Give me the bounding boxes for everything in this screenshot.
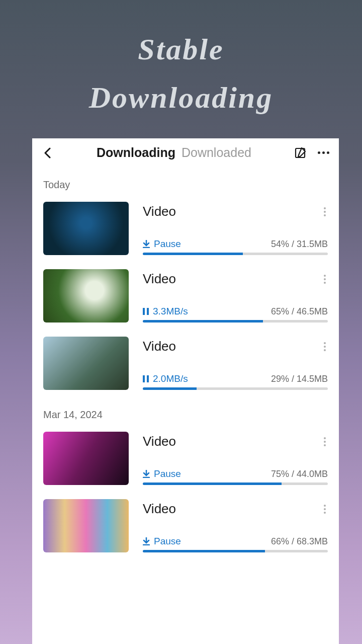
dot-icon xyxy=(318,151,320,154)
promo-banner: Stable Downloading xyxy=(0,0,362,122)
item-title: Video xyxy=(143,271,176,287)
tab-bar: Downloading Downloaded xyxy=(63,145,285,160)
status-text: 2.0MB/s xyxy=(153,373,188,384)
progress-text: 65% / 46.5MB xyxy=(271,306,328,317)
dot-icon xyxy=(327,151,329,154)
progress-text: 29% / 14.5MB xyxy=(271,374,328,384)
dot-icon xyxy=(322,151,325,154)
pause-icon xyxy=(143,308,149,315)
item-menu-button[interactable] xyxy=(324,505,328,514)
pause-icon xyxy=(143,375,149,382)
progress-bar xyxy=(143,482,328,485)
download-icon xyxy=(143,240,150,248)
pause-resume-button[interactable]: 3.3MB/s xyxy=(143,306,188,317)
download-icon xyxy=(143,470,150,478)
video-thumbnail[interactable] xyxy=(43,432,129,485)
download-item[interactable]: Video Pause 75% / 44.0MB xyxy=(32,425,339,492)
download-item[interactable]: Video 3.3MB/s 65% / 46.5MB xyxy=(32,262,339,330)
video-thumbnail[interactable] xyxy=(43,337,129,390)
tab-downloaded[interactable]: Downloaded xyxy=(182,145,251,160)
item-menu-button[interactable] xyxy=(324,207,328,216)
progress-text: 54% / 31.5MB xyxy=(271,239,328,250)
status-text: Pause xyxy=(154,536,181,547)
status-text: Pause xyxy=(154,238,181,250)
progress-bar xyxy=(143,253,328,255)
item-menu-button[interactable] xyxy=(324,275,328,284)
tab-downloading[interactable]: Downloading xyxy=(97,145,175,160)
progress-bar xyxy=(143,550,328,552)
download-icon xyxy=(143,537,150,545)
video-thumbnail[interactable] xyxy=(43,202,129,255)
progress-text: 66% / 68.3MB xyxy=(271,536,328,547)
item-body: Video Pause 75% / 44.0MB xyxy=(143,432,328,485)
status-text: 3.3MB/s xyxy=(153,306,188,317)
status-text: Pause xyxy=(154,468,181,479)
download-item[interactable]: Video Pause 66% / 68.3MB xyxy=(32,492,339,559)
item-body: Video Pause 54% / 31.5MB xyxy=(143,202,328,255)
progress-bar xyxy=(143,387,328,390)
item-menu-button[interactable] xyxy=(324,342,328,351)
item-title: Video xyxy=(143,204,176,219)
item-body: Video 3.3MB/s 65% / 46.5MB xyxy=(143,269,328,323)
video-thumbnail[interactable] xyxy=(43,269,129,323)
edit-icon xyxy=(294,147,306,159)
header-bar: Downloading Downloaded xyxy=(32,138,339,167)
promo-line1: Stable xyxy=(0,25,362,73)
progress-text: 75% / 44.0MB xyxy=(271,469,328,479)
item-body: Video Pause 66% / 68.3MB xyxy=(143,499,328,552)
item-body: Video 2.0MB/s 29% / 14.5MB xyxy=(143,337,328,390)
item-title: Video xyxy=(143,501,176,517)
pause-resume-button[interactable]: Pause xyxy=(143,536,181,547)
promo-line2: Downloading xyxy=(0,73,362,122)
progress-bar xyxy=(143,320,328,323)
back-button[interactable] xyxy=(40,146,54,160)
pause-resume-button[interactable]: Pause xyxy=(143,468,181,479)
section-header: Mar 14, 2024 xyxy=(32,397,339,425)
section-header: Today xyxy=(32,167,339,195)
video-thumbnail[interactable] xyxy=(43,499,129,552)
pause-resume-button[interactable]: 2.0MB/s xyxy=(143,373,188,384)
chevron-left-icon xyxy=(44,147,51,158)
download-item[interactable]: Video Pause 54% / 31.5MB xyxy=(32,195,339,262)
download-item[interactable]: Video 2.0MB/s 29% / 14.5MB xyxy=(32,330,339,397)
item-title: Video xyxy=(143,434,176,449)
item-menu-button[interactable] xyxy=(324,437,328,446)
more-button[interactable] xyxy=(316,151,331,154)
edit-button[interactable] xyxy=(294,146,307,159)
pause-resume-button[interactable]: Pause xyxy=(143,238,181,250)
app-window: Downloading Downloaded Today Video xyxy=(32,138,339,644)
item-title: Video xyxy=(143,339,176,354)
